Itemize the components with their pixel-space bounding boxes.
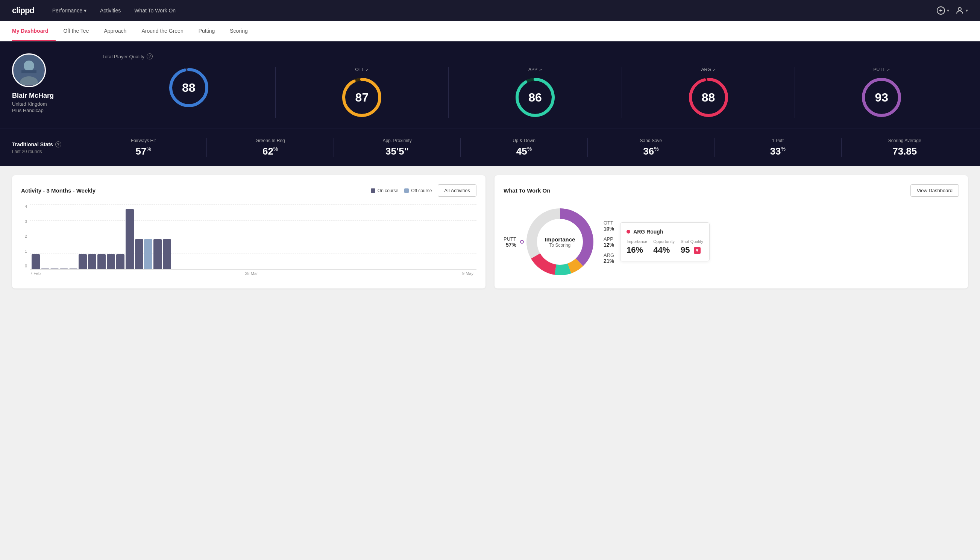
nav-links: Performance ▾ Activities What To Work On <box>52 8 937 13</box>
chart-legend: On course Off course <box>371 188 432 193</box>
score-total-circle: 88 <box>168 67 210 108</box>
subnav-approach[interactable]: Approach <box>96 21 134 41</box>
stat-greens-in-reg: Greens In Reg 62% <box>206 138 333 157</box>
stat-up-and-down-value: 45% <box>467 145 581 157</box>
work-on-content: PUTT 57% <box>504 204 959 280</box>
ott-label: OTT <box>604 220 614 226</box>
legend-on-course-dot <box>371 188 375 193</box>
stats-row: Traditional Stats ? Last 20 rounds Fairw… <box>0 128 980 166</box>
stat-greens-in-reg-value: 62% <box>213 145 327 157</box>
stat-up-and-down: Up & Down 45% <box>460 138 587 157</box>
score-putt-value: 93 <box>875 91 888 105</box>
legend-off-course-dot <box>404 188 409 193</box>
y-label-0: 0 <box>25 263 27 268</box>
donut-right-labels: OTT 10% APP 12% ARG 21% <box>604 220 614 264</box>
nav-activities[interactable]: Activities <box>100 8 121 13</box>
score-arg-value: 88 <box>702 91 715 105</box>
score-ott-value: 87 <box>355 91 369 105</box>
arg-trend-icon: ↗ <box>713 68 715 72</box>
all-activities-button[interactable]: All Activities <box>438 184 476 197</box>
info-panel-title: ARG Rough <box>627 229 703 235</box>
stat-app-proximity: App. Proximity 35'5" <box>334 138 460 157</box>
subnav-my-dashboard[interactable]: My Dashboard <box>12 21 56 41</box>
bar-group-10 <box>116 254 125 269</box>
app-label: APP <box>604 236 614 242</box>
nav-performance[interactable]: Performance ▾ <box>52 8 87 13</box>
top-navigation: clippd Performance ▾ Activities What To … <box>0 0 980 21</box>
nav-what-to-work-on[interactable]: What To Work On <box>134 8 176 13</box>
donut-left-labels: PUTT 57% <box>504 236 516 248</box>
bottom-section: Activity - 3 Months - Weekly On course O… <box>0 166 980 297</box>
arg-label: ARG <box>604 252 614 258</box>
bar-on-1 <box>32 254 40 269</box>
work-on-card: What To Work On View Dashboard PUTT 57% <box>494 175 968 288</box>
stats-help-icon[interactable]: ? <box>55 142 61 147</box>
user-menu-button[interactable]: ▾ <box>955 6 968 15</box>
y-label-3: 3 <box>25 219 27 224</box>
ott-label-group: OTT 10% <box>604 220 614 232</box>
stat-1-putt: 1 Putt 33% <box>714 138 841 157</box>
scores-help-icon[interactable]: ? <box>146 53 153 59</box>
subnav-around-the-green[interactable]: Around the Green <box>134 21 191 41</box>
svg-rect-7 <box>22 70 37 73</box>
brand-logo[interactable]: clippd <box>12 6 34 15</box>
info-opportunity-value: 44% <box>653 245 675 255</box>
svg-point-5 <box>24 60 34 71</box>
score-arg-circle: 88 <box>688 77 729 118</box>
nav-right-icons: ▾ ▾ <box>937 6 968 15</box>
ott-trend-icon: ↗ <box>366 68 369 72</box>
view-dashboard-button[interactable]: View Dashboard <box>910 184 959 197</box>
bar-group-3 <box>50 268 59 269</box>
work-on-card-header: What To Work On View Dashboard <box>504 184 959 197</box>
score-ott-circle: 87 <box>341 77 383 118</box>
subnav-off-the-tee[interactable]: Off the Tee <box>56 21 96 41</box>
legend-off-course: Off course <box>404 188 432 193</box>
donut-center-label: Importance <box>545 236 576 243</box>
y-label-2: 2 <box>25 234 27 238</box>
stat-fairways-hit: Fairways Hit 57% <box>80 138 206 157</box>
hero-section: Blair McHarg United Kingdom Plus Handica… <box>0 42 980 128</box>
bar-group-11 <box>126 209 134 269</box>
app-trend-icon: ↗ <box>539 68 542 72</box>
scores-section: Total Player Quality ? 88 <box>102 53 968 118</box>
stats-sublabel: Last 20 rounds <box>12 149 80 154</box>
y-label-1: 1 <box>25 249 27 253</box>
bar-group-4 <box>60 268 68 269</box>
svg-point-3 <box>958 8 961 10</box>
score-arg: ARG ↗ 88 <box>622 67 795 118</box>
stats-label-group: Traditional Stats ? Last 20 rounds <box>12 142 80 154</box>
donut-chart: Importance To Scoring <box>522 204 597 280</box>
info-shot-quality-value: 95 ▼ <box>681 245 703 255</box>
subnav-scoring[interactable]: Scoring <box>222 21 255 41</box>
bar-group-7 <box>88 254 96 269</box>
info-panel-stats: Importance 16% Opportunity 44% Shot Qual… <box>627 239 703 255</box>
stat-scoring-average: Scoring Average 73.85 <box>841 138 968 157</box>
avatar-image <box>14 55 44 85</box>
score-app: APP ↗ 86 <box>449 67 622 118</box>
stat-fairways-hit-value: 57% <box>86 145 200 157</box>
legend-on-course: On course <box>371 188 398 193</box>
add-button[interactable]: ▾ <box>937 6 949 15</box>
stats-items: Fairways Hit 57% Greens In Reg 62% App. … <box>80 138 968 157</box>
bar-group-1 <box>32 254 40 269</box>
subnav-putting[interactable]: Putting <box>191 21 223 41</box>
stat-1-putt-value: 33% <box>720 145 835 157</box>
info-opportunity: Opportunity 44% <box>653 239 675 255</box>
scores-grid: 88 OTT ↗ 87 <box>102 67 968 118</box>
stat-sand-save: Sand Save 36% <box>587 138 714 157</box>
score-putt-label: PUTT ↗ <box>874 67 890 72</box>
work-on-card-title: What To Work On <box>504 187 550 194</box>
arg-value: 21% <box>604 258 614 264</box>
putt-label-group: PUTT 57% <box>504 236 516 248</box>
player-handicap: Plus Handicap <box>12 108 43 113</box>
bar-group-2 <box>41 268 49 269</box>
score-putt: PUTT ↗ 93 <box>795 67 968 118</box>
putt-label: PUTT <box>504 236 516 242</box>
bar-group-6 <box>78 254 87 269</box>
bar-group-8 <box>97 254 106 269</box>
bar-group-9 <box>107 254 115 269</box>
activity-card-header: Activity - 3 Months - Weekly On course O… <box>21 184 476 197</box>
score-ott: OTT ↗ 87 <box>276 67 449 118</box>
score-total: 88 <box>102 67 276 118</box>
arg-label-group: ARG 21% <box>604 252 614 264</box>
